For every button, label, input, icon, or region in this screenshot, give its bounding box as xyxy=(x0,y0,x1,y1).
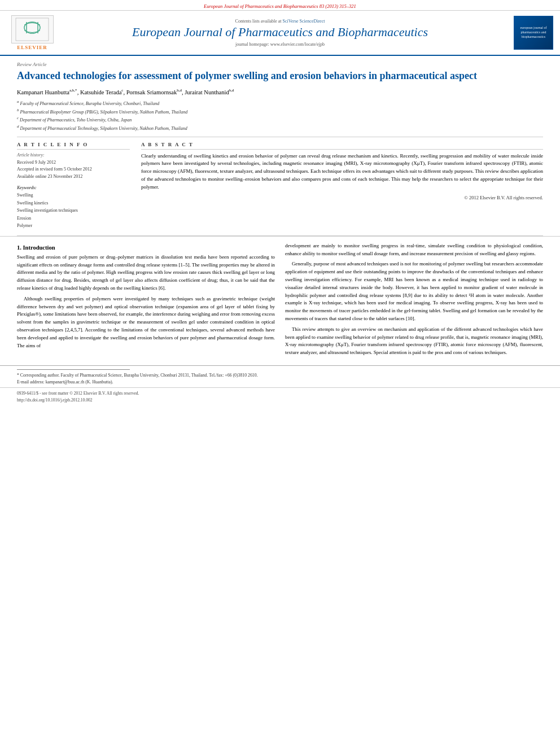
received-date: Received 9 July 2012 xyxy=(17,159,130,167)
keywords-list: Swelling Swelling kinetics Swelling inve… xyxy=(17,191,130,230)
copyright-line: © 2012 Elsevier B.V. All rights reserved… xyxy=(141,195,543,200)
sciverse-line: Contents lists available at SciVerse Sci… xyxy=(58,19,502,24)
corresponding-author-note: * Corresponding author. Faculty of Pharm… xyxy=(17,372,543,379)
abstract-text: Clearly understanding of swelling kineti… xyxy=(141,152,543,192)
journal-homepage: journal homepage: www.elsevier.com/locat… xyxy=(58,42,502,47)
author-sup-bd2: b,d xyxy=(229,88,234,93)
article-info-abstract: A R T I C L E I N F O Article history: R… xyxy=(17,142,543,230)
right-para-1: development are mainly to monitor swelli… xyxy=(285,242,543,258)
article-info-heading: A R T I C L E I N F O xyxy=(17,142,130,150)
article-header-section: Review Article Advanced technologies for… xyxy=(0,56,560,235)
abstract-heading: A B S T R A C T xyxy=(141,142,543,150)
author-pornsak: Pornsak Sriamornsak xyxy=(126,89,177,95)
journal-citation-bar: European Journal of Pharmaceutics and Bi… xyxy=(0,0,560,11)
introduction-heading: 1. Introduction xyxy=(17,244,275,251)
keyword-swelling-techniques: Swelling investigation techniques xyxy=(17,207,130,215)
affiliation-b: b Pharmaceutical Biopolymer Group (PBiG)… xyxy=(17,107,543,116)
journal-title-area: Contents lists available at SciVerse Sci… xyxy=(58,19,502,46)
header-divider xyxy=(17,137,543,137)
journal-citation-text: European Journal of Pharmaceutics and Bi… xyxy=(204,3,356,9)
keyword-swelling: Swelling xyxy=(17,191,130,199)
affiliation-d: d Department of Pharmaceutical Technolog… xyxy=(17,124,543,132)
author-jurairat: Jurairat Nunthanid xyxy=(185,89,229,95)
right-column: development are mainly to monitor swelli… xyxy=(285,242,543,360)
elsevier-logo-image xyxy=(11,15,54,43)
article-type-label: Review Article xyxy=(17,62,543,67)
journal-title: European Journal of Pharmaceutics and Bi… xyxy=(58,25,502,40)
author-sup-bd: b,d xyxy=(177,88,182,93)
svg-rect-0 xyxy=(16,18,49,41)
footnote-divider xyxy=(17,369,130,370)
sciverse-link[interactable]: SciVerse ScienceDirect xyxy=(283,19,325,24)
authors-line: Kampanart Huanbuttaa,b,*, Katsuhide Tera… xyxy=(17,88,543,95)
journal-header: ELSEVIER Contents lists available at Sci… xyxy=(0,11,560,56)
article-info-panel: A R T I C L E I N F O Article history: R… xyxy=(17,142,130,230)
intro-para-2: Although swelling properties of polymers… xyxy=(17,295,275,350)
author-kampanart: Kampanart Huanbutta xyxy=(17,89,69,95)
email-note: E-mail address: kampanart@buu.ac.th (K. … xyxy=(17,379,543,386)
journal-logo-box: european journal of pharmaceutics and bi… xyxy=(514,16,553,50)
keywords-label: Keywords: xyxy=(17,185,130,190)
doi-line: http://dx.doi.org/10.1016/j.ejpb.2012.10… xyxy=(17,397,543,403)
keyword-erosion: Erosion xyxy=(17,215,130,222)
sciverse-prefix: Contents lists available at xyxy=(235,19,282,24)
affiliation-c: c Department of Pharmaceutics, Toho Univ… xyxy=(17,115,543,124)
footnote-section: * Corresponding author. Faculty of Pharm… xyxy=(0,365,560,387)
right-para-3: This review attempts to give an overview… xyxy=(285,326,543,357)
journal-logo-text: european journal of pharmaceutics and bi… xyxy=(516,26,551,39)
right-text: development are mainly to monitor swelli… xyxy=(285,242,543,357)
affiliation-a: a Faculty of Pharmaceutical Science, Bur… xyxy=(17,99,543,107)
issn-line: 0939-6411/$ - see front matter © 2012 El… xyxy=(17,390,543,396)
left-column: 1. Introduction Swelling and erosion of … xyxy=(17,242,275,360)
right-para-2: Generally, purpose of most advanced tech… xyxy=(285,260,543,322)
accepted-date: Accepted in revised form 5 October 2012 xyxy=(17,166,130,173)
author-sup-c: c xyxy=(121,88,123,93)
footer: 0939-6411/$ - see front matter © 2012 El… xyxy=(0,387,560,405)
author-katsuhide: Katsuhide Terada xyxy=(80,89,121,95)
history-label: Article history: xyxy=(17,152,130,158)
introduction-text: Swelling and erosion of pure polymers or… xyxy=(17,254,275,350)
article-title: Advanced technologies for assessment of … xyxy=(17,69,543,82)
article-dates: Received 9 July 2012 Accepted in revised… xyxy=(17,159,130,181)
elsevier-logo-area: ELSEVIER xyxy=(7,15,58,50)
main-content: 1. Introduction Swelling and erosion of … xyxy=(0,236,560,365)
affiliations: a Faculty of Pharmaceutical Science, Bur… xyxy=(17,99,543,132)
keyword-polymer: Polymer xyxy=(17,222,130,230)
intro-para-1: Swelling and erosion of pure polymers or… xyxy=(17,254,275,292)
available-date: Available online 23 November 2012 xyxy=(17,173,130,181)
author-sup-a: a,b,* xyxy=(69,88,77,93)
journal-logo-area: european journal of pharmaceutics and bi… xyxy=(502,16,553,50)
keyword-swelling-kinetics: Swelling kinetics xyxy=(17,199,130,207)
abstract-panel: A B S T R A C T Clearly understanding of… xyxy=(141,142,543,230)
elsevier-wordmark: ELSEVIER xyxy=(17,45,47,50)
elsevier-logo: ELSEVIER xyxy=(7,15,58,50)
